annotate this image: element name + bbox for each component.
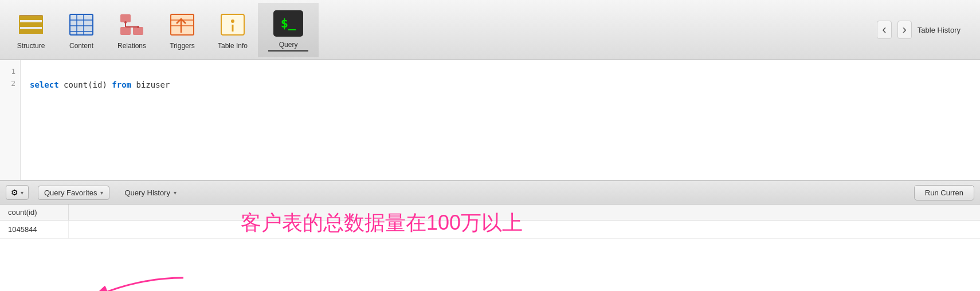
line-num-1: 1 xyxy=(5,66,15,78)
keyword-select: select xyxy=(30,80,59,89)
svg-rect-20 xyxy=(171,14,194,35)
svg-rect-0 xyxy=(19,15,42,20)
nav-back-button[interactable]: ‹ xyxy=(877,21,891,39)
code-line-1 xyxy=(30,66,170,78)
run-current-button[interactable]: Run Curren xyxy=(914,185,974,200)
svg-point-27 xyxy=(231,19,234,23)
favorites-dropdown-arrow: ▾ xyxy=(100,190,103,196)
toolbar-item-relations[interactable]: Relations xyxy=(107,3,157,57)
gear-icon: ⚙ xyxy=(11,188,18,197)
toolbar-right: ‹ › Table History xyxy=(877,21,974,39)
table-row: 1045844 xyxy=(0,221,980,239)
results-area: count(id) 1045844 xyxy=(0,205,980,291)
toolbar-item-tableinfo[interactable]: Table Info xyxy=(207,3,258,57)
toolbar-content-label: Content xyxy=(69,42,93,50)
tableinfo-icon xyxy=(218,10,248,40)
query-icon: $_ xyxy=(273,9,303,38)
line-num-2: 2 xyxy=(5,78,15,90)
structure-icon xyxy=(16,10,46,40)
gear-dropdown-arrow: ▾ xyxy=(21,190,23,196)
nav-forward-button[interactable]: › xyxy=(897,21,912,39)
bottom-bar: ⚙ ▾ Query Favorites ▾ Query History ▾ Ru… xyxy=(0,180,980,205)
query-history-label: Query History xyxy=(124,188,170,197)
toolbar-triggers-label: Triggers xyxy=(170,42,195,50)
toolbar-structure-label: Structure xyxy=(17,42,45,50)
svg-point-18 xyxy=(124,21,127,23)
relations-icon xyxy=(117,10,147,40)
toolbar-item-triggers[interactable]: Triggers xyxy=(157,3,207,57)
code-line-2: select count(id) from bizuser xyxy=(30,78,170,91)
line-numbers: 1 2 xyxy=(0,60,21,180)
toolbar-query-label: Query xyxy=(279,41,298,49)
triggers-icon xyxy=(167,10,197,40)
toolbar: Structure Content xyxy=(0,0,980,60)
toolbar-item-content[interactable]: Content xyxy=(56,3,107,57)
results-header: count(id) xyxy=(0,205,980,221)
table-name: bizuser xyxy=(136,80,170,89)
table-history-label: Table History xyxy=(918,26,961,34)
toolbar-item-query[interactable]: $_ Query xyxy=(258,3,319,57)
code-editor[interactable]: select count(id) from bizuser xyxy=(21,60,179,180)
code-space: count(id) xyxy=(64,80,112,89)
results-cell-count: 1045844 xyxy=(0,221,69,238)
keyword-from: from xyxy=(112,80,131,89)
editor-area: 1 2 select count(id) from bizuser xyxy=(0,60,980,180)
history-dropdown-arrow: ▾ xyxy=(174,190,177,196)
query-history-button[interactable]: Query History ▾ xyxy=(119,186,182,199)
svg-rect-1 xyxy=(19,22,42,27)
svg-rect-14 xyxy=(133,27,143,35)
svg-rect-2 xyxy=(19,29,42,34)
toolbar-relations-label: Relations xyxy=(117,42,146,50)
svg-point-19 xyxy=(137,26,139,28)
query-favorites-label: Query Favorites xyxy=(44,188,97,197)
main-content: 1 2 select count(id) from bizuser ⚙ ▾ Qu… xyxy=(0,60,980,291)
gear-button[interactable]: ⚙ ▾ xyxy=(6,185,29,200)
content-icon xyxy=(66,10,96,40)
col-header-count: count(id) xyxy=(0,205,69,220)
toolbar-tableinfo-label: Table Info xyxy=(218,42,248,50)
svg-rect-13 xyxy=(120,14,131,22)
toolbar-item-structure[interactable]: Structure xyxy=(6,3,56,57)
svg-rect-15 xyxy=(120,27,131,35)
query-favorites-button[interactable]: Query Favorites ▾ xyxy=(38,186,109,200)
toolbar-left: Structure Content xyxy=(6,3,877,57)
